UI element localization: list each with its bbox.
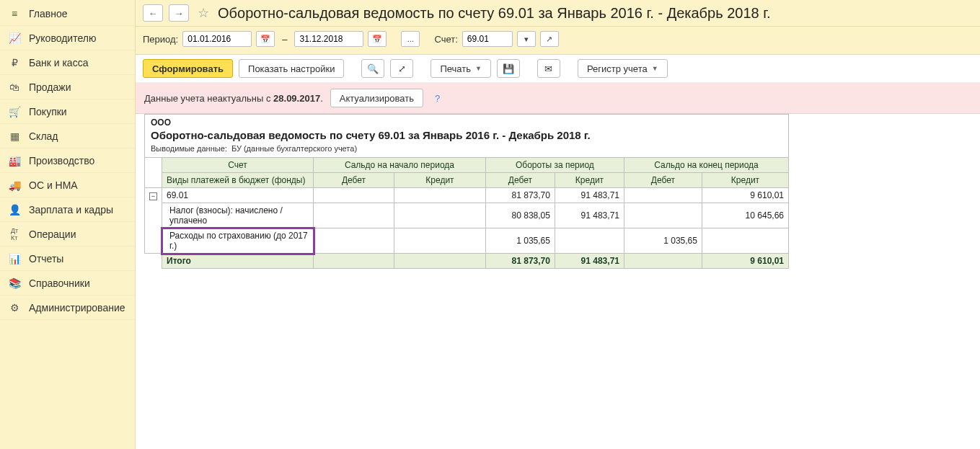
print-button[interactable]: Печать▼ [431,59,491,78]
sidebar-item-sales[interactable]: 🛍Продажи [0,75,135,99]
back-button[interactable]: ← [143,4,163,22]
th-start-credit: Кредит [394,173,486,188]
generate-button[interactable]: Сформировать [143,59,233,78]
person-icon: 👤 [9,204,20,215]
report-company: ООО [144,114,789,128]
params-bar: Период: 📅 – 📅 ... Счет: ▾ ↗ [136,27,980,55]
ruble-icon: ₽ [9,57,20,68]
title-bar: ← → ☆ Оборотно-сальдовая ведомость по сч… [136,0,980,27]
expand-all-button[interactable]: ⤢ [390,59,413,78]
sidebar-item-label: Руководителю [29,32,96,44]
cell-value: 9 610,01 [702,254,788,269]
show-settings-button[interactable]: Показать настройки [239,59,344,78]
mail-icon: ✉ [544,63,552,74]
email-button[interactable]: ✉ [537,59,560,78]
sidebar-item-label: ОС и НМА [29,179,78,191]
save-button[interactable]: 💾 [497,59,520,78]
sidebar-item-label: Главное [29,8,68,19]
th-start-debit: Дебет [314,173,394,188]
date-to-input[interactable] [294,31,363,47]
boxes-icon: ▦ [9,130,20,142]
th-turn-credit: Кредит [555,173,624,188]
account-input[interactable] [462,31,513,47]
cell-value: 10 645,66 [702,203,788,228]
star-icon: ☆ [198,5,209,21]
sidebar-item-label: Администрирование [29,302,125,314]
sidebar-item-operations[interactable]: ДтКтОперации [0,222,135,246]
table-row[interactable]: Налог (взносы): начислено / уплачено 80 … [145,203,789,228]
favorite-button[interactable]: ☆ [195,4,212,22]
date-from-picker-button[interactable]: 📅 [256,31,275,47]
chevron-down-icon: ▼ [475,65,482,72]
cell-label: Налог (взносы): начислено / уплачено [162,203,314,228]
period-dash: – [279,34,290,45]
cell-value: 80 838,05 [485,203,555,228]
table-row-highlighted[interactable]: Расходы по страхованию (до 2017 г.) 1 03… [145,228,789,254]
cell-value: 81 873,70 [485,188,555,203]
date-to-picker-button[interactable]: 📅 [368,31,387,47]
chevron-down-icon: ▼ [652,65,658,72]
th-account: Счет [162,158,314,173]
sidebar-item-label: Склад [29,130,58,142]
help-button[interactable]: ? [431,93,444,104]
account-label: Счет: [434,34,457,45]
period-label: Период: [143,34,178,45]
help-icon: ? [435,93,440,104]
gear-icon: ⚙ [9,302,20,314]
report-area: ООО Оборотно-сальдовая ведомость по счет… [136,114,980,449]
sidebar-item-payroll[interactable]: 👤Зарплата и кадры [0,197,135,222]
th-end-credit: Кредит [702,173,788,188]
truck-icon: 🚚 [9,179,20,191]
th-turnover: Обороты за период [485,158,624,173]
sidebar-item-production[interactable]: 🏭Производство [0,148,135,173]
cart-icon: 🛒 [9,106,20,117]
sidebar-item-label: Покупки [29,106,67,117]
th-account-sub: Виды платежей в бюджет (фонды) [162,173,314,188]
main-area: ← → ☆ Оборотно-сальдовая ведомость по сч… [136,0,980,449]
table-totals-row: Итого 81 873,70 91 483,71 9 610,01 [145,254,789,269]
sidebar-item-assets[interactable]: 🚚ОС и НМА [0,173,135,197]
sidebar-item-label: Справочники [29,277,90,289]
th-turn-debit: Дебет [485,173,555,188]
period-dialog-button[interactable]: ... [401,31,420,47]
bars-icon: 📊 [9,253,20,264]
th-start-balance: Сальдо на начало периода [314,158,486,173]
sidebar-item-purchases[interactable]: 🛒Покупки [0,99,135,124]
sidebar-item-warehouse[interactable]: ▦Склад [0,124,135,148]
sidebar-item-label: Продажи [29,81,71,93]
register-button[interactable]: Регистр учета▼ [578,59,668,78]
sidebar-item-manager[interactable]: 📈Руководителю [0,26,135,50]
open-icon: ↗ [546,35,552,44]
warning-text: Данные учета неактуальны с 28.09.2017. [144,93,323,104]
calendar-icon: 📅 [372,35,382,44]
account-open-button[interactable]: ↗ [540,31,559,47]
sidebar-item-directories[interactable]: 📚Справочники [0,271,135,295]
cell-label: 69.01 [162,188,314,203]
sidebar-item-label: Зарплата и кадры [29,204,113,215]
arrow-right-icon: → [175,8,184,19]
forward-button[interactable]: → [169,4,189,22]
table-row[interactable]: − 69.01 81 873,70 91 483,71 9 610,01 [145,188,789,203]
find-button[interactable]: 🔍 [361,59,384,78]
menu-icon: ≡ [9,8,20,19]
arrow-left-icon: ← [149,8,158,19]
chevron-down-icon: ▾ [524,35,529,44]
date-from-input[interactable] [182,31,252,47]
cell-value: 9 610,01 [702,188,788,203]
sidebar-item-reports[interactable]: 📊Отчеты [0,246,135,271]
sidebar-item-label: Операции [29,228,76,240]
sidebar-item-bank[interactable]: ₽Банк и касса [0,50,135,75]
refresh-button[interactable]: Актуализировать [330,89,423,107]
cell-value: 91 483,71 [555,203,624,228]
dots-icon: ... [407,35,414,43]
cell-value: 1 035,65 [485,228,555,254]
minus-icon: − [151,193,155,200]
sidebar-item-main[interactable]: ≡Главное [0,1,135,26]
bag-icon: 🛍 [9,81,20,93]
sidebar-item-admin[interactable]: ⚙Администрирование [0,295,135,320]
tree-collapse-button[interactable]: − [149,192,157,200]
account-dropdown-button[interactable]: ▾ [517,31,536,47]
warning-bar: Данные учета неактуальны с 28.09.2017. А… [136,83,980,114]
cell-label: Расходы по страхованию (до 2017 г.) [162,228,314,254]
report-title: Оборотно-сальдовая ведомость по счету 69… [144,128,789,143]
